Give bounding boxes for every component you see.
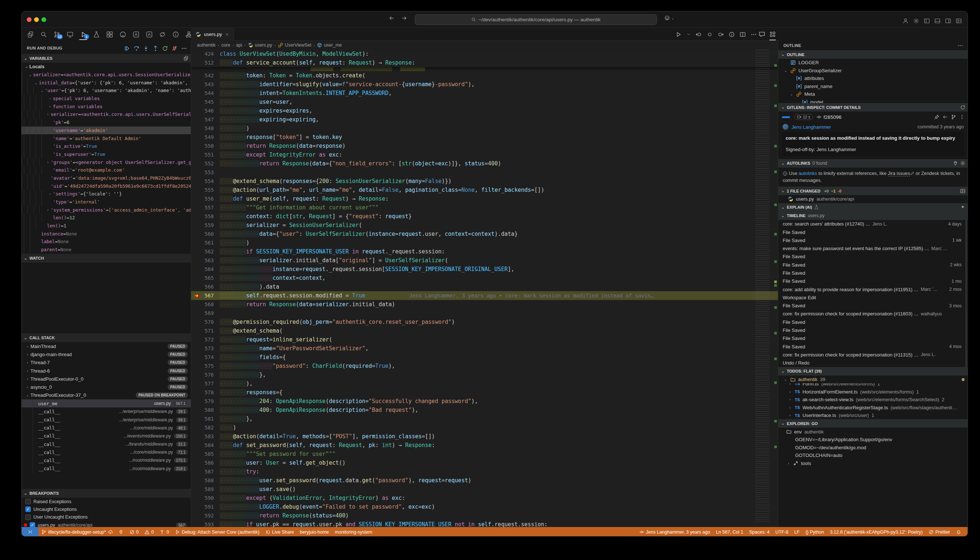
explorer-row-GOMOD[interactable]: GOMOD=~/dev/authentik/go.mod [778, 443, 968, 452]
breakpoint-gutter[interactable] [191, 80, 203, 89]
statusbar-prettier[interactable]: Prettier [928, 530, 950, 535]
variable-row[interactable]: ›'system_permissions' = ['access_admin_i… [22, 206, 191, 214]
breakpoint-gutter[interactable] [191, 502, 203, 511]
code-line[interactable]: 549········response["token"] = token.key [191, 133, 778, 142]
breakpoint-gutter[interactable] [191, 203, 203, 212]
toggle-secondary-sidebar[interactable] [945, 15, 951, 27]
timeline-entry[interactable]: events: make sure password set event has… [778, 244, 968, 252]
breakpoint-gutter[interactable] [191, 309, 203, 318]
breakpoint-row[interactable]: ✓Uncaught Exceptions [22, 505, 191, 513]
run-dropdown[interactable] [687, 29, 691, 40]
code-line[interactable]: 574············fields={ [191, 353, 778, 362]
variable-row[interactable]: instance = None [22, 230, 191, 238]
breakpoint-gutter[interactable] [191, 212, 203, 221]
variable-row[interactable]: ⌄Locals [22, 63, 191, 71]
variable-row[interactable]: label = None [22, 238, 191, 246]
zoom-window-button[interactable] [42, 17, 46, 22]
commit-sha[interactable]: f285096 [817, 114, 842, 120]
activity-source-control[interactable]: 12 [52, 29, 62, 40]
activity-github[interactable] [118, 29, 128, 40]
todo-item[interactable]: ›TSUserInterface.ts(web/src/user)1 [778, 412, 968, 420]
statusbar-errors[interactable]: 0 [130, 530, 138, 535]
statusbar-notifications[interactable] [956, 530, 961, 535]
close-window-button[interactable] [27, 17, 32, 22]
run-python-file[interactable] [676, 29, 682, 40]
statusbar-eol[interactable]: LF [794, 530, 800, 535]
code-line[interactable]: 588············user.set_password(request… [191, 476, 778, 485]
breakpoint-gutter[interactable] [191, 282, 203, 291]
code-line[interactable]: 568········return Response(data=serializ… [191, 300, 778, 309]
breakpoint-gutter[interactable] [191, 406, 203, 414]
breakpoint-row[interactable]: Raised Exceptions [22, 498, 191, 505]
variables-section-header[interactable]: ⌄VARIABLES [22, 54, 191, 63]
statusbar-language-mode[interactable]: {} Python [805, 530, 824, 535]
breakpoint-gutter[interactable] [191, 450, 203, 458]
outline-item-UserGroupSerializer[interactable]: ⌄UserGroupSerializer [778, 67, 968, 75]
breakpoint-gutter[interactable] [191, 432, 203, 441]
todo-item[interactable]: ›TSak-search-select-view.ts(web/src/elem… [778, 396, 968, 404]
statusbar-live-share[interactable]: Live Share [265, 530, 294, 535]
breakpoint-gutter[interactable] [191, 247, 203, 256]
variable-row[interactable]: 'is_active' = True [22, 142, 191, 150]
stack-frame-row[interactable]: __call__.../enterprise/middleware.py39:1 [22, 407, 191, 415]
pin-icon[interactable] [934, 112, 939, 122]
variable-row[interactable]: 'username' = 'akadmin' [22, 127, 191, 135]
code-line[interactable]: 581········}, [191, 414, 778, 423]
debug-step-out[interactable] [153, 45, 158, 51]
layout-icon[interactable] [960, 185, 965, 197]
breakpoint-checkbox[interactable] [25, 515, 31, 520]
autolinks-section-header[interactable]: ⌄AUTOLINKS0 found [778, 159, 968, 168]
outline-item-attributes[interactable]: attributes [778, 75, 968, 83]
timeline-entry[interactable]: File Saved2 wks [778, 261, 968, 269]
variable-row[interactable]: 'uid' = '49d24724dfa590a20fb5961e9c6673c… [22, 182, 191, 190]
gem-icon[interactable] [953, 158, 958, 169]
code-line[interactable]: 573············name="UserPasswordSetSeri… [191, 344, 778, 353]
chat-view[interactable] [759, 29, 765, 40]
breakpoint-gutter[interactable] [191, 291, 203, 300]
breakpoint-gutter[interactable] [191, 397, 203, 406]
code-line[interactable]: 542········token: Token = Token.objects.… [191, 71, 778, 80]
breakpoint-gutter[interactable] [191, 133, 203, 142]
code-line[interactable]: 552············return Response(data={"no… [191, 159, 778, 168]
breakpoint-gutter[interactable] [191, 520, 203, 527]
debug-debug-more[interactable] [181, 45, 187, 51]
breakpoint-gutter[interactable] [191, 423, 203, 432]
timeline-entry[interactable]: File Saved [778, 335, 968, 343]
current-debug-line[interactable]: 567········self.request.session.modified… [191, 291, 778, 300]
breakpoint-gutter[interactable] [191, 379, 203, 388]
changed-file-row[interactable]: users.pyauthentik/core/api [778, 195, 968, 203]
breakpoint-gutter[interactable] [191, 115, 203, 124]
breakpoint-gutter[interactable] [191, 159, 203, 168]
timeline-entry[interactable]: File Saved [778, 228, 968, 236]
variable-row[interactable]: 'name' = 'authentik Default Admin' [22, 134, 191, 142]
explorer-row-GOENV[interactable]: GOENV=~/Library/Application Support/go/e… [778, 436, 968, 444]
statusbar-commit-blame[interactable]: Jens Langhammer, 3 years ago [639, 530, 710, 535]
outline-item-model[interactable]: model [778, 98, 968, 103]
explorer-row-env[interactable]: envauthentik [778, 428, 968, 436]
code-line[interactable]: 583····@action(detail=True, methods=["PO… [191, 432, 778, 441]
code-line[interactable]: 424class UserViewSet(UsedByMixin, ModelV… [191, 50, 778, 58]
code-line[interactable]: 575················"password": CharField… [191, 362, 778, 370]
split-editor[interactable] [740, 29, 746, 40]
variable-row[interactable]: len() = 12 [22, 214, 191, 222]
breakpoint-gutter[interactable] [191, 273, 203, 282]
breakpoint-checkbox[interactable]: ✓ [30, 522, 35, 527]
previous-change[interactable] [696, 29, 702, 40]
activity-testing[interactable] [91, 29, 101, 40]
breakpoint-gutter[interactable] [191, 327, 203, 335]
breakpoint-gutter[interactable] [191, 467, 203, 476]
code-line[interactable]: 560············data={"user": UserSelfSer… [191, 230, 778, 238]
breadcrumb-users.py[interactable]: users.py [248, 43, 272, 48]
timeline-entry[interactable]: Workspace Edit [778, 293, 968, 302]
code-line[interactable]: 564················instance=request._req… [191, 265, 778, 273]
minimap[interactable] [755, 50, 773, 523]
stack-frame-row[interactable]: __call__.../brands/middleware.py31:1 [22, 440, 191, 448]
debug-continue[interactable] [124, 45, 130, 51]
debug-restart[interactable] [162, 45, 168, 51]
breakpoint-checkbox[interactable] [25, 499, 31, 504]
breakpoint-gutter[interactable] [191, 124, 203, 133]
statusbar-workflow[interactable] [118, 530, 123, 535]
activity-search[interactable] [38, 29, 48, 40]
breakpoint-gutter[interactable] [191, 458, 203, 467]
breakpoint-gutter[interactable] [191, 194, 203, 203]
